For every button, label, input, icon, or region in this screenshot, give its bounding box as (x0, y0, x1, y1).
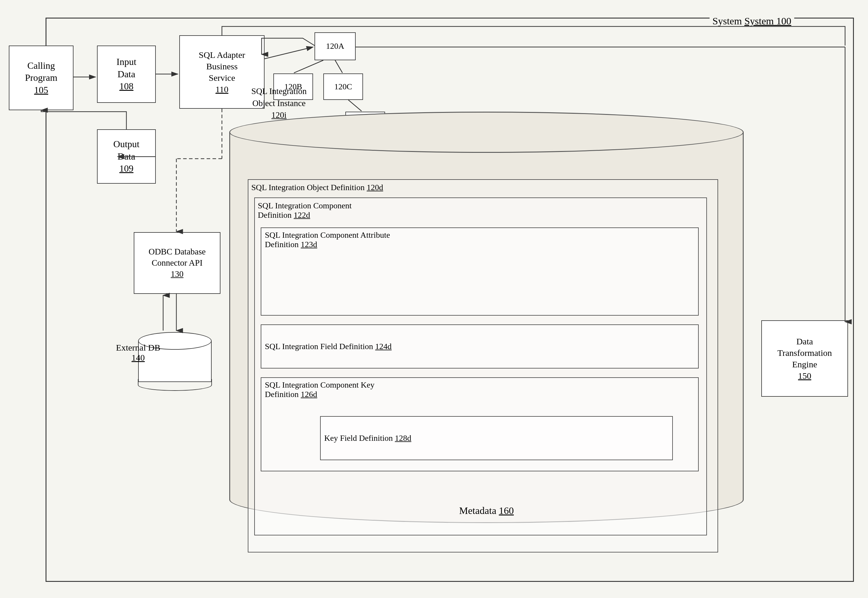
key-def-label: SQL Integration Component KeyDefinition … (265, 380, 694, 399)
metadata-label: Metadata 160 (459, 505, 514, 516)
external-db-label: External DB 140 (102, 342, 175, 363)
box-120c-label: 120C (334, 81, 352, 92)
field-def-label: SQL Integration Field Definition 124d (265, 342, 392, 351)
sql-adapter-label: SQL AdapterBusinessService (199, 49, 245, 84)
data-transformation-id: 150 (777, 370, 832, 381)
input-data-label: InputData (117, 56, 136, 80)
box-120a: 120A (314, 32, 356, 60)
external-db: External DB 140 (138, 332, 212, 391)
output-data-id: 109 (114, 163, 140, 175)
component-def-label: SQL Integration ComponentDefinition 122d (258, 201, 703, 220)
cylinder-shape: External DB 140 (138, 332, 212, 391)
input-data-id: 108 (117, 80, 136, 93)
output-data-box: OutputData 109 (97, 129, 156, 184)
data-transformation-box: DataTransformationEngine 150 (761, 320, 848, 397)
input-data-box: InputData 108 (97, 46, 156, 103)
odbc-connector-id: 130 (148, 269, 205, 280)
field-def-box: SQL Integration Field Definition 124d (261, 324, 699, 368)
odbc-connector-box: ODBC DatabaseConnector API 130 (134, 232, 220, 294)
key-field-def-label: Key Field Definition 128d (324, 434, 411, 443)
metadata-body: SQL Integration Object Definition 120d S… (229, 132, 744, 523)
key-def-box: SQL Integration Component KeyDefinition … (261, 377, 699, 471)
diagram-container: System System 100 CallingProgram 105 Inp… (0, 0, 868, 598)
system-label: System System 100 (709, 16, 794, 27)
attr-def-label: SQL Integration Component AttributeDefin… (265, 230, 694, 249)
cylinder-bottom (138, 379, 212, 391)
sql-adapter-id: 110 (199, 84, 245, 95)
output-data-label: OutputData (114, 138, 140, 163)
metadata-top-ellipse (229, 112, 744, 153)
key-field-def-box: Key Field Definition 128d (320, 416, 673, 460)
component-def-box: SQL Integration ComponentDefinition 122d… (254, 197, 707, 535)
attr-def-box: SQL Integration Component AttributeDefin… (261, 227, 699, 315)
data-transformation-label: DataTransformationEngine (777, 336, 832, 370)
metadata-container: SQL Integration Object Definition 120d S… (229, 112, 744, 552)
calling-program-id: 105 (25, 84, 57, 96)
calling-program-label: CallingProgram (25, 60, 57, 84)
calling-program-box: CallingProgram 105 (9, 46, 73, 110)
box-120a-label: 120A (326, 41, 344, 51)
odbc-connector-label: ODBC DatabaseConnector API (148, 246, 205, 268)
box-120c: 120C (323, 73, 363, 100)
sql-obj-def-label: SQL Integration Object Definition 120d (251, 183, 715, 192)
sql-obj-def-box: SQL Integration Object Definition 120d S… (248, 179, 718, 552)
